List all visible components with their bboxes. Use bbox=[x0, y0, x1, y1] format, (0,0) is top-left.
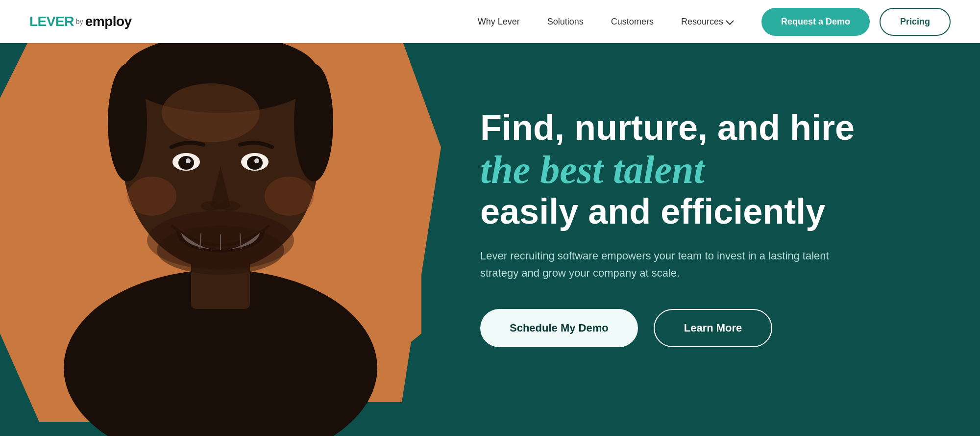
pricing-button[interactable]: Pricing bbox=[880, 8, 951, 36]
hero-section: Find, nurture, and hire the best talent … bbox=[0, 0, 980, 436]
svg-point-14 bbox=[186, 158, 191, 163]
nav-solutions[interactable]: Solutions bbox=[547, 17, 584, 27]
nav-customers[interactable]: Customers bbox=[611, 17, 654, 27]
nav-links: Why Lever Solutions Customers Resources bbox=[478, 17, 732, 27]
learn-more-button[interactable]: Learn More bbox=[654, 309, 773, 347]
svg-point-8 bbox=[294, 64, 333, 181]
logo-by: by bbox=[76, 18, 83, 26]
svg-point-9 bbox=[162, 83, 260, 142]
hero-title-italic: the best talent bbox=[480, 147, 921, 192]
svg-point-21 bbox=[127, 177, 176, 216]
hero-buttons: Schedule My Demo Learn More bbox=[480, 309, 921, 347]
nav-why-lever[interactable]: Why Lever bbox=[478, 17, 520, 27]
svg-point-13 bbox=[247, 156, 263, 170]
svg-point-16 bbox=[201, 201, 220, 211]
hero-image-area bbox=[0, 0, 441, 436]
hero-description: Lever recruiting software empowers your … bbox=[480, 247, 833, 282]
navbar: LEVER by employ Why Lever Solutions Cust… bbox=[0, 0, 980, 43]
chevron-down-icon bbox=[726, 17, 734, 25]
hero-content: Find, nurture, and hire the best talent … bbox=[441, 0, 980, 436]
hero-title-line1: Find, nurture, and hire the best talent bbox=[480, 108, 921, 192]
hero-image bbox=[0, 0, 441, 436]
svg-point-15 bbox=[254, 158, 259, 163]
svg-point-17 bbox=[220, 201, 240, 211]
svg-point-22 bbox=[265, 177, 314, 216]
nav-buttons: Request a Demo Pricing bbox=[761, 8, 951, 36]
logo-lever: LEVER bbox=[29, 14, 74, 29]
logo[interactable]: LEVER by employ bbox=[29, 14, 132, 29]
svg-point-12 bbox=[178, 156, 194, 170]
nav-resources[interactable]: Resources bbox=[681, 17, 732, 27]
logo-employ: employ bbox=[85, 14, 132, 29]
svg-point-7 bbox=[108, 64, 147, 181]
svg-point-24 bbox=[147, 211, 294, 270]
request-demo-button[interactable]: Request a Demo bbox=[761, 8, 870, 36]
hero-title-line2: easily and efficiently bbox=[480, 192, 921, 231]
schedule-demo-button[interactable]: Schedule My Demo bbox=[480, 309, 638, 347]
